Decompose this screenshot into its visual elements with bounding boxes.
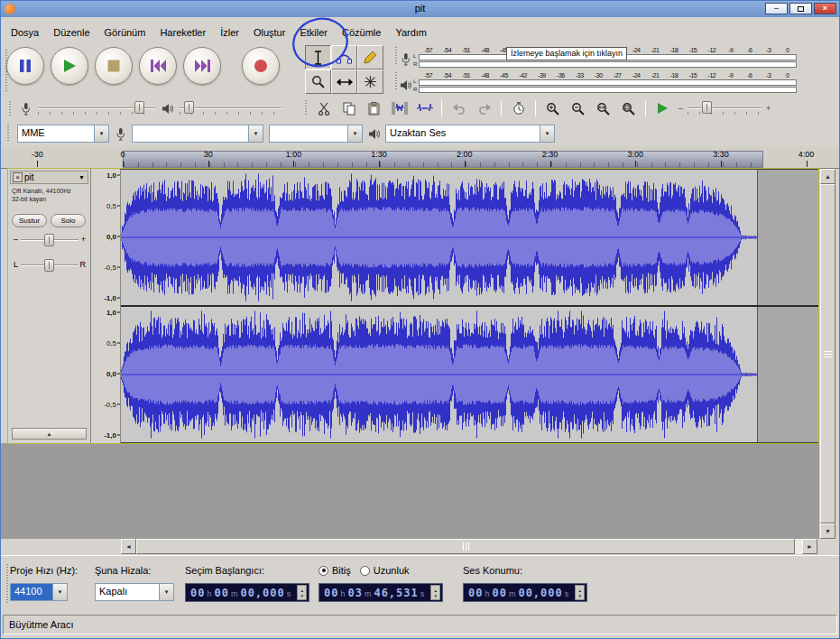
waveform-channel-right[interactable] [121,307,818,442]
snap-to-combo[interactable]: Kapalı ▾ [95,583,174,601]
fit-project-icon [622,102,635,116]
end-radio[interactable] [318,566,328,576]
title-bar[interactable]: pit – × [1,1,839,17]
time-spinner[interactable]: ▴▾ [297,585,307,600]
waveform-canvas-right[interactable] [121,307,757,442]
mute-button[interactable]: Sustur [12,214,47,227]
playback-volume-thumb[interactable] [184,101,194,114]
horizontal-scroll-track[interactable]: ◄ ► [121,539,817,554]
scroll-up-button[interactable]: ▲ [820,169,835,184]
scroll-left-button[interactable]: ◄ [121,539,136,554]
recording-channels-combo[interactable]: ▾ [269,125,363,143]
track-gain-thumb[interactable] [44,234,54,246]
recording-volume-thumb[interactable] [134,101,144,114]
track-control-panel[interactable]: × pit ▼ Çift Kanallı, 44100Hz 32-bit kay… [8,169,91,443]
vertical-scrollbar[interactable]: ▲ ▼ [820,169,835,539]
vertical-ruler[interactable]: 1,00,50,0-0,5-1,0 1,00,50,0-0,5-1,0 [91,169,121,443]
recording-meter[interactable]: LR -57-54-51-48-45-42-39-36-33-30-27-24-… [392,44,800,69]
redo-button[interactable] [473,98,495,118]
playback-speed-thumb[interactable] [702,101,712,114]
playback-volume-slider[interactable] [180,100,282,116]
maximize-button[interactable] [789,3,812,14]
record-button[interactable] [242,47,280,85]
play-button[interactable] [51,47,88,85]
timeline-project-band[interactable] [123,151,763,168]
silence-audio-button[interactable] [413,98,436,118]
menu-item[interactable]: Çözümle [335,25,388,40]
skip-to-start-button[interactable] [139,47,177,85]
close-button[interactable]: × [814,3,836,14]
track-menu-arrow-icon[interactable]: ▼ [78,174,85,181]
meter-grab-handle[interactable] [395,47,397,66]
menu-item[interactable]: Hareketler [152,25,213,40]
timeline-ruler[interactable]: -300301:001:302:002:303:003:304:00 [1,146,839,169]
menu-item[interactable]: Düzenle [46,25,97,40]
meter-grab-handle[interactable] [395,72,397,91]
menu-item[interactable]: Etkiler [292,25,335,40]
toolbar-grab-handle[interactable] [9,101,11,116]
menu-item[interactable]: Oluştur [246,25,292,40]
waveform-canvas-left[interactable] [121,170,757,305]
fit-project-button[interactable] [617,98,640,118]
selection-tool-button[interactable] [305,45,331,69]
waveform-channel-left[interactable] [121,170,818,305]
waveform-area[interactable] [121,169,818,443]
track-pan-slider[interactable]: L R [14,257,86,275]
track-header[interactable]: × pit ▼ [10,171,88,184]
trim-audio-button[interactable] [388,98,411,118]
fit-selection-button[interactable] [592,98,614,118]
track-close-button[interactable]: × [13,172,23,182]
length-radio[interactable] [360,566,370,576]
scissors-icon [318,102,330,116]
toolbar-grab-handle[interactable] [6,564,8,603]
track-collapse-button[interactable]: ▲ [12,428,87,440]
multi-tool-button[interactable] [357,69,383,94]
audio-position-field[interactable]: 00h 00m 00,000s ▴▾ [463,583,587,602]
horizontal-scrollbar[interactable]: ◄ ► [1,539,839,555]
copy-button[interactable] [337,98,360,118]
scroll-right-button[interactable]: ► [802,539,817,554]
scroll-down-button[interactable]: ▼ [820,523,835,539]
stop-button[interactable] [95,47,133,85]
pause-button[interactable] [6,47,44,85]
selection-end-field[interactable]: 00h 03m 46,531s ▴▾ [318,583,443,602]
track-gain-slider[interactable]: – + [14,232,86,250]
audio-host-combo[interactable]: MME ▾ [17,125,109,143]
selection-start-field[interactable]: 00h 00m 00,000s ▴▾ [185,583,309,602]
skip-to-end-button[interactable] [183,47,221,85]
menu-item[interactable]: İzler [213,25,246,40]
zoom-in-button[interactable] [541,98,564,118]
envelope-tool-button[interactable] [331,45,357,69]
track-area[interactable]: × pit ▼ Çift Kanallı, 44100Hz 32-bit kay… [1,169,819,539]
draw-tool-button[interactable] [357,45,383,69]
track-pan-thumb[interactable] [44,259,54,272]
minimize-button[interactable]: – [765,3,788,14]
recording-volume-slider[interactable] [38,100,155,116]
timeshift-tool-button[interactable] [331,69,357,94]
project-rate-combo[interactable]: 44100 ▾ [10,583,68,601]
play-at-speed-button[interactable] [651,98,674,118]
horizontal-scroll-thumb[interactable] [136,539,795,554]
recording-device-combo[interactable]: ▾ [132,125,263,143]
menu-item[interactable]: Görünüm [97,25,153,40]
toolbar-grab-handle[interactable] [305,100,307,116]
time-spinner[interactable]: ▴▾ [430,585,440,600]
solo-button[interactable]: Solo [51,214,86,227]
zoom-out-button[interactable] [567,98,589,118]
audio-track[interactable]: × pit ▼ Çift Kanallı, 44100Hz 32-bit kay… [8,169,818,443]
time-spinner[interactable]: ▴▾ [575,585,585,600]
sync-lock-button[interactable] [507,98,530,118]
menu-item[interactable]: Yardım [388,25,434,40]
playback-speed-slider[interactable] [688,100,762,116]
microphone-icon [115,127,126,141]
paste-button[interactable] [363,98,385,118]
menu-item[interactable]: Dosya [4,25,46,40]
playback-device-combo[interactable]: Uzaktan Ses ▾ [385,125,555,143]
vertical-scroll-thumb[interactable] [820,184,835,523]
playback-meter[interactable]: LR -57-54-51-48-45-42-39-36-33-30-27-24-… [392,69,800,94]
undo-button[interactable] [448,98,470,118]
zoom-tool-button[interactable] [305,69,331,94]
cut-button[interactable] [312,98,335,118]
track-name: pit [24,172,78,182]
toolbar-grab-handle[interactable] [7,124,9,142]
